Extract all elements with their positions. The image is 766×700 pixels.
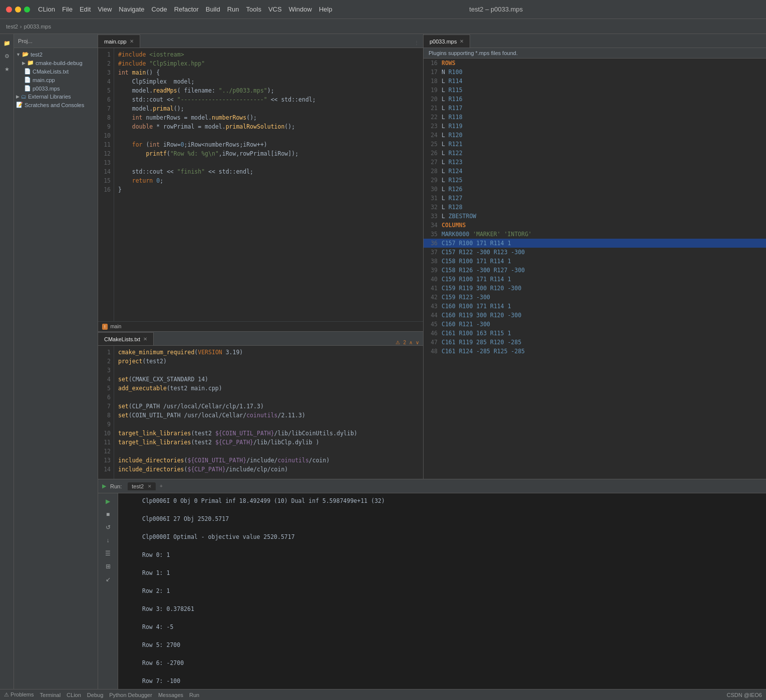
mps-line: 22 L R118: [424, 113, 766, 122]
run-play-button[interactable]: ▶: [103, 496, 113, 506]
menu-help[interactable]: Help: [319, 6, 332, 13]
mps-line: 37 C157 R122 -300 R123 -300: [424, 248, 766, 257]
cmake-code-editor[interactable]: 1 2 3 4 5 6 7 8 9 10 11 12 13: [98, 346, 423, 479]
mps-line: 28 L R124: [424, 167, 766, 176]
breadcrumb-file[interactable]: p0033.mps: [24, 24, 51, 30]
mps-line: 36 C157 R100 171 R114 1: [424, 239, 766, 248]
fullscreen-button[interactable]: [24, 7, 30, 13]
tree-item-p0033-mps[interactable]: 📄 p0033.mps: [14, 84, 98, 93]
run-tabs: ▶ Run: test2 ✕ +: [98, 479, 766, 493]
run-stop-button[interactable]: ■: [103, 509, 113, 519]
mps-line: 44 C160 R119 300 R120 -300: [424, 311, 766, 320]
mps-line: 30 L R126: [424, 185, 766, 194]
tree-label: CMakeLists.txt: [33, 69, 69, 75]
run-tab-add-icon[interactable]: +: [160, 483, 163, 489]
tab-run-label: test2: [132, 483, 144, 489]
window-title: test2 – p0033.mps: [469, 6, 523, 13]
menu-code[interactable]: Code: [152, 6, 167, 13]
project-header: Proj...: [14, 34, 98, 48]
sidebar-structure-icon[interactable]: ⚙: [2, 51, 12, 61]
menu-navigate[interactable]: Navigate: [119, 6, 144, 13]
warning-count: 2: [403, 340, 406, 345]
tree-item-scratches[interactable]: 📝 Scratches and Consoles: [14, 101, 98, 109]
tab-bar: test2 › p0033.mps: [0, 19, 766, 34]
status-python[interactable]: Python Debugger: [109, 692, 152, 698]
tree-arrow: ▶: [16, 94, 20, 99]
mps-line: 42 C159 R123 -300: [424, 293, 766, 302]
mps-banner: Plugins supporting *.mps files found.: [424, 48, 766, 59]
menu-view[interactable]: View: [98, 6, 112, 13]
status-clion[interactable]: CLion: [67, 692, 81, 698]
mps-line: 45 C160 R121 -300: [424, 320, 766, 329]
close-button[interactable]: [6, 7, 12, 13]
cmake-warnings: ⚠ 2 ∧ ∨: [396, 340, 423, 345]
mps-line: 21 L R117: [424, 104, 766, 113]
menu-tools[interactable]: Tools: [246, 6, 261, 13]
tab-close-icon[interactable]: ✕: [130, 39, 134, 44]
chevron-up-icon[interactable]: ∧: [409, 340, 413, 345]
mps-line: 35 MARK0000 'MARKER' 'INTORG': [424, 230, 766, 239]
main-label-bar: ! main: [98, 321, 423, 331]
project-tree: ▼ 📂 test2 ▶ 📁 cmake-build-debug 📄 CMakeL…: [14, 48, 98, 689]
mps-line: 17 N R100: [424, 68, 766, 77]
mps-line: 18 L R114: [424, 77, 766, 86]
tree-item-cmakelists[interactable]: 📄 CMakeLists.txt: [14, 67, 98, 76]
run-rerun-button[interactable]: ↺: [103, 522, 113, 532]
menu-file[interactable]: File: [62, 6, 73, 13]
breadcrumb-project[interactable]: test2: [6, 24, 18, 30]
editors-top: main.cpp ✕ ⋮ 1 2 3 4 5 6 7: [98, 34, 766, 479]
run-scroll-end-button[interactable]: ↓: [103, 535, 113, 545]
tab-main-cpp[interactable]: main.cpp ✕: [98, 35, 140, 48]
title-bar: CLion File Edit View Navigate Code Refac…: [0, 0, 766, 19]
run-filter-button[interactable]: ⊞: [103, 561, 113, 571]
sidebar-project-icon[interactable]: 📁: [2, 38, 12, 48]
mps-line: 32 L R128: [424, 203, 766, 212]
status-terminal[interactable]: Terminal: [40, 692, 61, 698]
lib-icon: 🗂: [21, 94, 27, 100]
menu-bar: CLion File Edit View Navigate Code Refac…: [38, 6, 332, 13]
breadcrumb-sep: ›: [20, 24, 22, 30]
tree-label: test2: [31, 52, 43, 58]
tab-close-run-icon[interactable]: ✕: [148, 484, 152, 489]
status-messages[interactable]: Messages: [158, 692, 183, 698]
tree-item-cmake-build[interactable]: ▶ 📁 cmake-build-debug: [14, 59, 98, 67]
mps-line: 34 COLUMNS: [424, 221, 766, 230]
status-right: CSDN @IEO6: [727, 692, 762, 698]
tree-item-main-cpp[interactable]: 📄 main.cpp: [14, 76, 98, 84]
menu-window[interactable]: Window: [289, 6, 312, 13]
menu-clion[interactable]: CLion: [38, 6, 55, 13]
run-close-button[interactable]: ↙: [103, 574, 113, 584]
mps-line: 19 L R115: [424, 86, 766, 95]
mps-line: 38 C158 R100 171 R114 1: [424, 257, 766, 266]
tree-arrow: ▼: [16, 52, 21, 57]
tree-item-test2[interactable]: ▼ 📂 test2: [14, 50, 98, 59]
chevron-down-icon[interactable]: ∨: [416, 340, 419, 345]
status-debug[interactable]: Debug: [87, 692, 103, 698]
mps-line: 43 C160 R100 171 R114 1: [424, 302, 766, 311]
run-settings-button[interactable]: ☰: [103, 548, 113, 558]
project-panel: Proj... ▼ 📂 test2 ▶ 📁 cmake-build-debug …: [14, 34, 98, 689]
mps-tabs: p0033.mps ✕: [424, 34, 766, 48]
menu-run[interactable]: Run: [227, 6, 239, 13]
bottom-file-label: main: [111, 324, 122, 329]
mps-content[interactable]: 16 ROWS 17 N R100 18 L R114 19 L R115: [424, 59, 766, 479]
mps-line: 48 C161 R124 -285 R125 -285: [424, 347, 766, 356]
status-run[interactable]: Run: [189, 692, 199, 698]
tab-p0033-mps[interactable]: p0033.mps ✕: [424, 35, 470, 48]
menu-vcs[interactable]: VCS: [268, 6, 282, 13]
tab-run-test2[interactable]: test2 ✕: [128, 482, 156, 490]
mps-file-icon: 📄: [24, 85, 31, 92]
menu-edit[interactable]: Edit: [80, 6, 91, 13]
minimize-button[interactable]: [15, 7, 21, 13]
menu-refactor[interactable]: Refactor: [174, 6, 199, 13]
tab-cmakelists[interactable]: CMakeLists.txt ✕: [98, 332, 154, 345]
line-numbers-cmake: 1 2 3 4 5 6 7 8 9 10 11 12 13: [98, 346, 114, 479]
tab-close-mps-icon[interactable]: ✕: [460, 39, 464, 44]
status-problems[interactable]: ⚠ Problems: [4, 691, 34, 698]
sidebar-favorites-icon[interactable]: ★: [2, 64, 12, 74]
tree-item-external-libs[interactable]: ▶ 🗂 External Libraries: [14, 93, 98, 101]
menu-build[interactable]: Build: [206, 6, 220, 13]
tab-label-main-cpp: main.cpp: [104, 39, 127, 45]
code-editor-main[interactable]: 1 2 3 4 5 6 7 8 9 10 11 12 13: [98, 48, 423, 321]
tab-close-cmake-icon[interactable]: ✕: [143, 336, 147, 342]
